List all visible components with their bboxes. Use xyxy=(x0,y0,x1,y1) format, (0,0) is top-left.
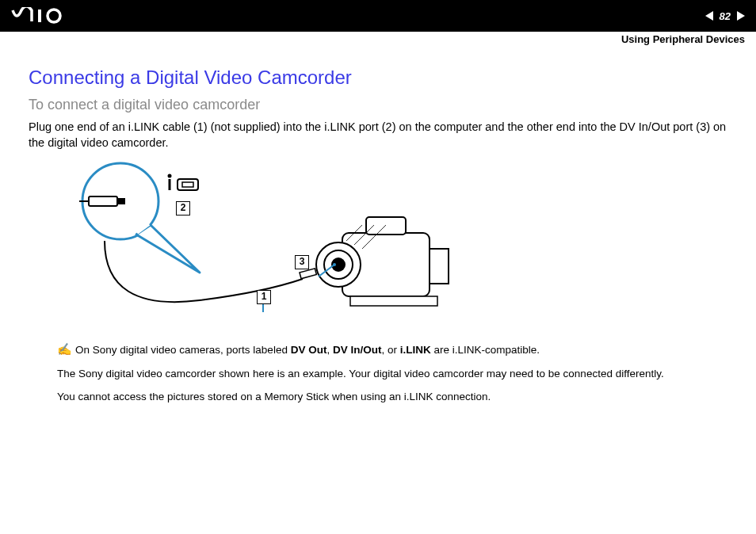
page-nav: 82 xyxy=(705,10,745,22)
svg-point-21 xyxy=(333,263,336,266)
svg-rect-9 xyxy=(182,182,193,187)
section-title: Using Peripheral Devices xyxy=(621,33,745,45)
svg-point-1 xyxy=(48,10,60,22)
svg-rect-8 xyxy=(178,179,198,190)
callout-3: 3 xyxy=(295,255,309,269)
callout-1: 1 xyxy=(257,290,271,304)
callout-2: 2 xyxy=(176,201,190,216)
instruction-paragraph: Plug one end of an i.LINK cable (1) (not… xyxy=(29,120,734,151)
notes-block: ✍On Sony digital video cameras, ports la… xyxy=(57,342,734,402)
connection-figure: 2 3 1 xyxy=(57,162,501,328)
page-content: Connecting a Digital Video Camcorder To … xyxy=(0,32,756,402)
note-line-3: You cannot access the pictures stored on… xyxy=(57,391,734,402)
svg-rect-3 xyxy=(89,196,117,206)
page-number: 82 xyxy=(716,10,734,22)
svg-rect-10 xyxy=(300,269,316,279)
next-page-arrow-icon[interactable] xyxy=(737,11,745,21)
note-line-2: The Sony digital video camcorder shown h… xyxy=(57,368,734,380)
vaio-logo xyxy=(11,7,90,25)
prev-page-arrow-icon[interactable] xyxy=(705,11,713,21)
svg-rect-16 xyxy=(430,249,449,284)
note-icon: ✍ xyxy=(57,342,72,357)
page-header: 82 xyxy=(0,0,756,32)
svg-point-6 xyxy=(168,174,172,178)
note-line-1: ✍On Sony digital video cameras, ports la… xyxy=(57,342,734,357)
svg-rect-4 xyxy=(117,198,125,204)
svg-rect-0 xyxy=(38,10,41,22)
sub-heading: To connect a digital video camcorder xyxy=(29,97,734,113)
main-heading: Connecting a Digital Video Camcorder xyxy=(29,67,734,89)
svg-rect-7 xyxy=(169,179,171,190)
svg-rect-15 xyxy=(366,217,406,235)
